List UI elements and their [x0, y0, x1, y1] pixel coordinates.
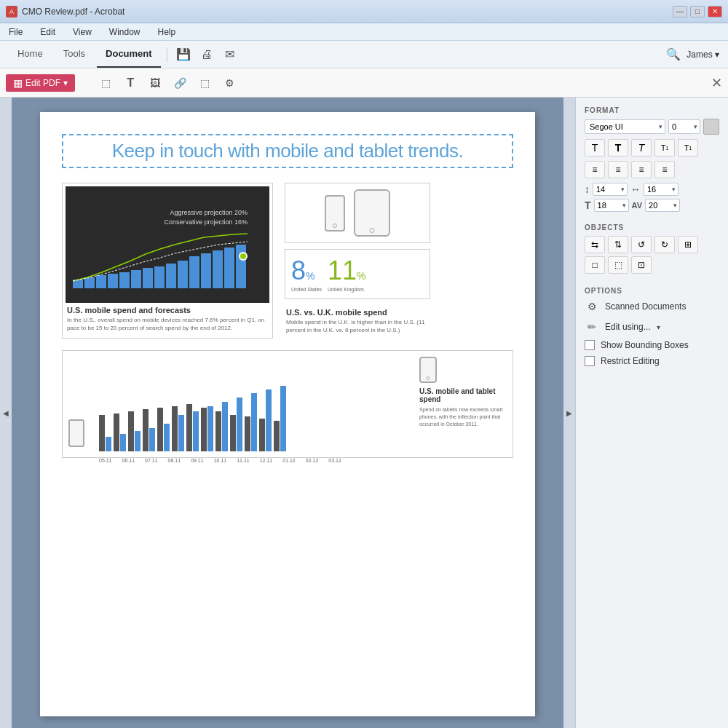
conservative-projection-label: Conservative projection 16% — [164, 218, 248, 227]
line-height-select[interactable]: 14 — [593, 183, 628, 196]
save-button[interactable]: 💾 — [173, 44, 194, 65]
chart-us-mobile-visual: Aggressive projection 20% Conservative p… — [66, 186, 269, 303]
restrict-editing-label[interactable]: Restrict Editing — [601, 356, 660, 366]
menu-file[interactable]: File — [6, 25, 25, 39]
edit-using-row: ✏ Edit using... ▾ — [585, 320, 719, 334]
email-button[interactable]: ✉ — [220, 44, 240, 65]
chart3-desc: Spend on tablets now exceeds smart phone… — [419, 406, 507, 427]
restrict-editing-row: Restrict Editing — [585, 356, 719, 366]
align-center[interactable]: ≡ — [608, 161, 628, 178]
obj-properties[interactable]: ⊡ — [631, 256, 652, 274]
bar-group-2 — [114, 414, 126, 451]
user-menu[interactable]: James ▾ — [687, 50, 719, 60]
bar-dark — [259, 419, 265, 451]
edit-pdf-dropdown-arrow[interactable]: ▾ — [63, 78, 68, 88]
font-select-wrapper: Segoe UI — [585, 119, 665, 134]
link-tool[interactable]: 🔗 — [170, 73, 190, 93]
align-justify[interactable]: ≡ — [654, 161, 675, 178]
scanned-docs-label[interactable]: Scanned Documents — [605, 301, 686, 312]
menu-window[interactable]: Window — [106, 25, 143, 39]
nav-arrow-left[interactable]: ◀ — [0, 98, 12, 728]
window-controls[interactable]: — □ ✕ — [673, 6, 722, 17]
text-style-italic[interactable]: T — [631, 139, 652, 157]
chart3-title: U.S. mobile and tablet spend — [419, 387, 507, 403]
bounding-boxes-checkbox[interactable] — [585, 340, 595, 350]
text-tool[interactable]: T — [120, 73, 141, 93]
bar-dark — [274, 421, 280, 451]
image-tool[interactable]: 🖼 — [145, 73, 165, 93]
align-left[interactable]: ≡ — [585, 161, 605, 178]
x-label: 02.12 — [306, 458, 319, 463]
menu-help[interactable]: Help — [155, 25, 179, 39]
indent-select[interactable]: 16 — [644, 183, 678, 196]
bar-group-3 — [128, 411, 141, 451]
devices-box — [285, 183, 430, 243]
text-style-normal[interactable]: T — [585, 139, 605, 157]
close-edit-bar-button[interactable]: ✕ — [711, 75, 722, 91]
obj-flip-h[interactable]: ⇆ — [585, 236, 605, 253]
bounding-boxes-label[interactable]: Show Bounding Boxes — [601, 340, 689, 350]
crop-tool[interactable]: ⬚ — [194, 73, 215, 93]
tablet-button-small — [427, 376, 430, 380]
obj-crop[interactable]: □ — [585, 256, 605, 274]
minimize-button[interactable]: — — [673, 6, 687, 17]
bar-group-8 — [201, 406, 213, 451]
bottom-chart-device — [419, 357, 507, 383]
nav-arrow-right[interactable]: ▶ — [563, 98, 575, 728]
chart2-title: U.S. vs. U.K. mobile spend — [286, 308, 429, 317]
tab-document[interactable]: Document — [97, 41, 161, 68]
document-title[interactable]: Keep in touch with mobile and tablet tre… — [62, 134, 513, 168]
text-style-superscript[interactable]: T1 — [654, 139, 675, 157]
font-size-select[interactable]: 0 8 10 12 14 — [668, 119, 700, 134]
objects-title: OBJECTS — [585, 223, 719, 232]
chart-projection-labels: Aggressive projection 20% Conservative p… — [164, 208, 248, 226]
obj-bring-forward[interactable]: ⊞ — [678, 236, 698, 253]
right-panel: FORMAT Segoe UI 0 8 10 12 14 — [575, 98, 728, 728]
bar-dark — [128, 411, 134, 451]
phone-device — [325, 195, 345, 232]
tab-tools[interactable]: Tools — [55, 41, 94, 68]
close-button[interactable]: ✕ — [708, 6, 722, 17]
document-area[interactable]: Keep in touch with mobile and tablet tre… — [12, 98, 563, 728]
obj-flip-v[interactable]: ⇅ — [608, 236, 628, 253]
menu-edit[interactable]: Edit — [37, 25, 58, 39]
stat-us-label: United States — [291, 286, 322, 293]
bar-dark — [172, 406, 178, 451]
kerning-select[interactable]: 20 — [645, 199, 680, 212]
color-swatch[interactable] — [703, 119, 719, 135]
bar-blue — [222, 402, 228, 451]
search-button[interactable]: 🔍 — [666, 47, 681, 61]
obj-replace[interactable]: ⬚ — [608, 256, 628, 274]
baseline-select[interactable]: 18 — [594, 199, 629, 212]
text-style-subscript[interactable]: T1 — [678, 139, 698, 157]
stat-us-number-group: 8 % — [291, 256, 322, 286]
bar-dark — [99, 415, 105, 451]
obj-rotate-ccw[interactable]: ↺ — [631, 236, 652, 253]
document-two-col: Aggressive projection 20% Conservative p… — [62, 183, 513, 339]
format-section: FORMAT Segoe UI 0 8 10 12 14 — [585, 106, 719, 215]
bar-dark — [245, 416, 250, 451]
font-select[interactable]: Segoe UI — [585, 119, 665, 134]
print-button[interactable]: 🖨 — [197, 44, 217, 65]
edit-using-label[interactable]: Edit using... — [605, 322, 651, 332]
settings-tool[interactable]: ⚙ — [219, 73, 240, 93]
bar-group-11 — [245, 393, 257, 451]
x-label: 08.11 — [168, 458, 181, 463]
stat-uk-number-group: 11 % — [328, 256, 366, 286]
tab-home[interactable]: Home — [9, 41, 52, 68]
bar-blue — [178, 415, 184, 451]
bar-blue — [193, 411, 199, 451]
maximize-button[interactable]: □ — [690, 6, 705, 17]
text-style-bold[interactable]: T — [608, 139, 628, 157]
restrict-editing-checkbox[interactable] — [585, 356, 595, 366]
edit-pdf-button[interactable]: ▦ Edit PDF ▾ — [6, 74, 75, 92]
align-right[interactable]: ≡ — [631, 161, 652, 178]
edit-pdf-label: Edit PDF — [25, 78, 60, 88]
edit-using-arrow[interactable]: ▾ — [657, 323, 660, 331]
edit-tools: ⬚ T 🖼 🔗 ⬚ ⚙ — [95, 73, 240, 93]
obj-rotate-cw[interactable]: ↻ — [654, 236, 675, 253]
add-text-tool[interactable]: ⬚ — [95, 73, 116, 93]
stat-us-number: 8 — [291, 256, 306, 286]
options-title: OPTIONS — [585, 287, 719, 295]
menu-view[interactable]: View — [70, 25, 95, 39]
